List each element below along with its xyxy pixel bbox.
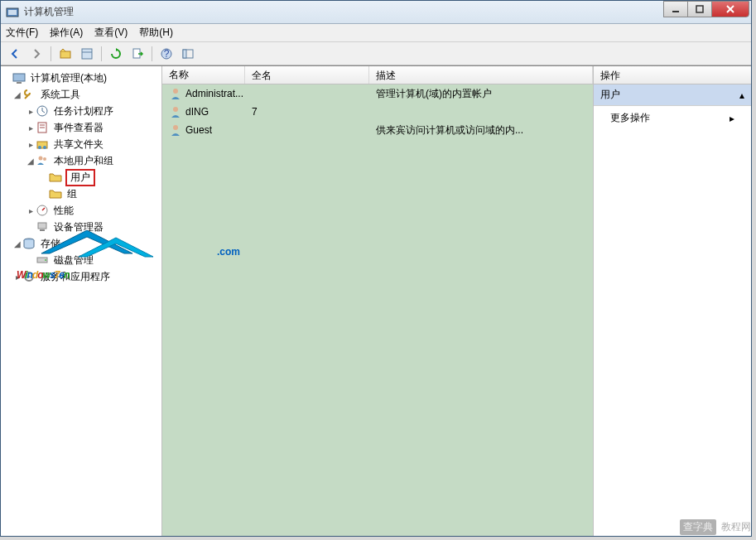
menu-help[interactable]: 帮助(H): [139, 26, 173, 40]
share-icon: [36, 137, 49, 151]
svg-point-22: [43, 146, 46, 149]
show-hide-button[interactable]: [179, 45, 197, 63]
svg-point-30: [45, 259, 46, 261]
action-header: 操作: [594, 66, 751, 84]
export-button[interactable]: [128, 45, 147, 63]
footer-site: 查字典: [680, 519, 716, 535]
expand-icon[interactable]: ▸: [26, 107, 36, 116]
tree-performance[interactable]: ▸ 性能: [2, 202, 160, 219]
collapse-icon[interactable]: ◢: [12, 239, 22, 248]
tree-system-tools[interactable]: ◢ 系统工具: [2, 86, 160, 103]
svg-point-34: [173, 107, 178, 112]
help-button[interactable]: ?: [157, 45, 176, 63]
tree-device-manager[interactable]: ▸ 设备管理器: [2, 219, 160, 235]
cell-description: [369, 110, 593, 113]
user-icon: [169, 123, 182, 137]
column-fullname[interactable]: 全名: [245, 66, 369, 84]
toolbar-separator: [51, 46, 51, 61]
svg-rect-7: [82, 49, 92, 59]
device-icon: [36, 220, 49, 234]
maximize-button[interactable]: [687, 1, 712, 17]
toolbar-separator: [152, 46, 152, 61]
tree-label: 共享文件夹: [52, 137, 105, 152]
list-panel: 名称 全名 描述 Administrat... 管理计算机(域)的内置帐户 dI…: [162, 66, 594, 536]
refresh-button[interactable]: [107, 45, 125, 63]
titlebar[interactable]: 计算机管理: [1, 1, 751, 24]
forward-button[interactable]: [27, 45, 46, 63]
tree-groups[interactable]: ▸ 组: [2, 186, 160, 202]
cell-description: 管理计算机(域)的内置帐户: [369, 85, 593, 103]
tree-label: 磁盘管理: [52, 253, 95, 268]
minimize-button[interactable]: [663, 1, 688, 17]
cell-name: dING: [185, 106, 209, 118]
tree-label: 性能: [52, 203, 75, 219]
expand-icon[interactable]: ▸: [26, 140, 36, 149]
disk-icon: [36, 253, 49, 267]
tree-event-viewer[interactable]: ▸ 事件查看器: [2, 119, 160, 136]
tree-disk-management[interactable]: ▸ 磁盘管理: [2, 252, 160, 268]
up-button[interactable]: [56, 45, 75, 63]
close-button[interactable]: [711, 1, 749, 17]
column-description[interactable]: 描述: [369, 66, 593, 84]
list-body[interactable]: Administrat... 管理计算机(域)的内置帐户 dING 7 Gues…: [162, 84, 593, 536]
tree-label: 计算机管理(本地): [29, 70, 108, 86]
tree-services-apps[interactable]: ▸ 服务和应用程序: [2, 268, 160, 285]
action-more[interactable]: 更多操作 ▸: [594, 106, 751, 130]
performance-icon: [36, 204, 49, 217]
tree-label: 本地用户和组: [52, 153, 115, 169]
tree-task-scheduler[interactable]: ▸ 任务计划程序: [2, 103, 160, 119]
back-button[interactable]: [6, 45, 24, 63]
collapse-icon[interactable]: ◢: [12, 90, 22, 99]
action-more-label: 更多操作: [610, 111, 650, 125]
list-header: 名称 全名 描述: [162, 66, 593, 84]
column-name[interactable]: 名称: [162, 66, 245, 84]
menu-view[interactable]: 查看(V): [94, 26, 128, 40]
chevron-right-icon: ▸: [730, 113, 734, 124]
tree-local-users-groups[interactable]: ◢ 本地用户和组: [2, 152, 160, 169]
tree-shared-folders[interactable]: ▸ 共享文件夹: [2, 136, 160, 152]
tree-panel[interactable]: ▸ 计算机管理(本地) ◢ 系统工具 ▸ 任务计划程序 ▸ 事件查看器 ▸: [1, 66, 162, 536]
svg-text:?: ?: [164, 48, 170, 60]
content-area: ▸ 计算机管理(本地) ◢ 系统工具 ▸ 任务计划程序 ▸ 事件查看器 ▸: [1, 65, 751, 536]
svg-point-32: [28, 276, 31, 278]
action-section-users[interactable]: 用户 ▴: [594, 84, 751, 106]
expand-icon[interactable]: ▸: [26, 123, 36, 133]
tree-root[interactable]: ▸ 计算机管理(本地): [2, 70, 160, 86]
expand-icon[interactable]: ▸: [12, 272, 22, 282]
list-item[interactable]: dING 7: [162, 103, 593, 121]
svg-rect-14: [13, 74, 25, 81]
menu-action[interactable]: 操作(A): [50, 26, 83, 40]
expand-icon[interactable]: ▸: [26, 206, 36, 215]
list-item[interactable]: Administrat... 管理计算机(域)的内置帐户: [162, 84, 593, 103]
tree-label: 存储: [39, 236, 62, 252]
cell-name: Administrat...: [185, 88, 243, 99]
collapse-up-icon[interactable]: ▴: [739, 89, 744, 101]
user-icon: [169, 105, 182, 118]
tree-label: 服务和应用程序: [39, 269, 112, 285]
svg-rect-1: [8, 10, 17, 15]
collapse-icon[interactable]: ◢: [26, 157, 36, 166]
computer-icon: [12, 71, 26, 84]
cell-fullname: [245, 92, 369, 95]
clock-icon: [36, 104, 49, 118]
users-icon: [36, 154, 49, 167]
menu-file[interactable]: 文件(F): [6, 26, 38, 40]
svg-rect-15: [17, 82, 22, 84]
cell-description: 供来宾访问计算机或访问域的内...: [369, 122, 593, 139]
event-icon: [36, 121, 49, 134]
tree-users[interactable]: ▸ 用户: [2, 169, 160, 186]
folder-icon: [49, 171, 62, 184]
services-icon: [22, 270, 36, 283]
user-icon: [169, 87, 182, 100]
storage-icon: [22, 237, 36, 250]
toolbar: ?: [1, 42, 751, 65]
svg-rect-27: [40, 229, 45, 231]
svg-point-33: [173, 89, 178, 94]
tree-label: 用户: [65, 169, 95, 186]
list-item[interactable]: Guest 供来宾访问计算机或访问域的内...: [162, 121, 593, 139]
folder-icon: [49, 187, 62, 200]
tree-storage[interactable]: ◢ 存储: [2, 235, 160, 252]
tree-label: 系统工具: [39, 87, 82, 103]
app-icon: [6, 6, 19, 19]
properties-button[interactable]: [78, 45, 96, 63]
